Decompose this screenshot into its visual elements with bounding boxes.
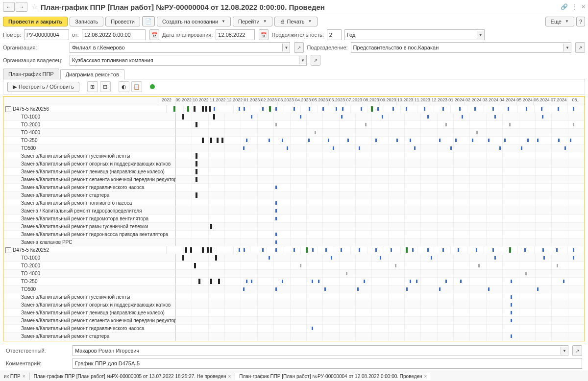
gantt-marker[interactable] — [300, 115, 301, 119]
open-icon[interactable]: ↗ — [311, 55, 320, 66]
gantt-marker[interactable] — [324, 287, 326, 291]
gantt-marker[interactable] — [202, 106, 204, 112]
gantt-marker[interactable] — [210, 138, 212, 143]
gantt-marker[interactable] — [424, 107, 425, 111]
gantt-marker[interactable] — [525, 272, 527, 275]
gantt-marker[interactable] — [445, 123, 447, 126]
gantt-task-row[interactable]: Замена/Капитальный ремонт рамы гусенично… — [3, 223, 585, 231]
gantt-marker[interactable] — [459, 107, 461, 111]
gantt-marker[interactable] — [416, 280, 417, 283]
gantt-marker[interactable] — [541, 107, 542, 111]
gantt-marker[interactable] — [412, 248, 414, 252]
gantt-marker[interactable] — [194, 106, 196, 112]
gantt-marker[interactable] — [439, 287, 441, 291]
gantt-marker[interactable] — [509, 247, 511, 253]
gantt-marker[interactable] — [364, 280, 365, 283]
document-icon-button[interactable]: 📄 — [142, 16, 155, 26]
gantt-marker[interactable] — [275, 201, 277, 205]
gantt-marker[interactable] — [476, 248, 477, 252]
chevron-down-icon[interactable]: ▼ — [282, 44, 290, 51]
gantt-marker[interactable] — [346, 272, 347, 275]
gantt-marker[interactable] — [511, 311, 512, 314]
help-button[interactable]: ? — [576, 17, 585, 26]
chevron-down-icon[interactable]: ▼ — [299, 56, 306, 64]
gantt-marker[interactable] — [347, 139, 349, 142]
gantt-marker[interactable] — [396, 139, 398, 142]
nav-back-button[interactable]: ← — [3, 2, 15, 12]
document-tab[interactable]: План-график ППР [План работ] №РУ-0000000… — [235, 373, 431, 380]
chevron-down-icon[interactable]: ▼ — [561, 347, 568, 355]
tab-repair-diagram[interactable]: Диаграмма ремонтов — [60, 69, 124, 79]
gantt-marker[interactable] — [312, 280, 313, 283]
gantt-marker[interactable] — [312, 327, 313, 330]
gantt-marker[interactable] — [410, 280, 411, 283]
gantt-marker[interactable] — [218, 279, 220, 284]
gantt-marker[interactable] — [563, 280, 564, 283]
gantt-marker[interactable] — [187, 106, 189, 112]
gantt-marker[interactable] — [308, 139, 310, 142]
calendar-icon[interactable]: 📅 — [259, 29, 269, 40]
gantt-marker[interactable] — [196, 122, 197, 127]
gantt-marker[interactable] — [333, 146, 334, 150]
gantt-marker[interactable] — [543, 256, 545, 260]
gantt-marker[interactable] — [557, 264, 558, 267]
gantt-task-row[interactable]: Замена/Капитальный ремонт ленивца (напра… — [3, 168, 585, 176]
gantt-marker[interactable] — [450, 146, 452, 150]
gantt-marker[interactable] — [488, 287, 490, 291]
gantt-marker[interactable] — [217, 138, 219, 143]
gantt-marker[interactable] — [511, 319, 512, 322]
gantt-task-row[interactable]: ТО-1000 — [3, 113, 585, 121]
calendar-icon[interactable]: 📅 — [149, 29, 159, 40]
gantt-marker[interactable] — [198, 279, 200, 284]
nav-forward-button[interactable]: → — [16, 2, 27, 12]
gantt-marker[interactable] — [458, 248, 459, 252]
gantt-task-row[interactable]: Замена/Капитальный ремонт топливного нас… — [3, 340, 585, 341]
gantt-marker[interactable] — [427, 248, 429, 252]
gantt-marker[interactable] — [210, 279, 212, 284]
gantt-marker[interactable] — [341, 248, 342, 252]
close-tab-icon[interactable]: × — [228, 374, 231, 379]
gantt-marker[interactable] — [262, 107, 264, 111]
gantt-chart[interactable]: 202209.202210.202211.202212.202201.20230… — [3, 96, 585, 341]
gantt-marker[interactable] — [318, 280, 319, 283]
gantt-marker[interactable] — [194, 263, 196, 268]
gantt-marker[interactable] — [488, 139, 490, 142]
open-icon[interactable]: ↗ — [294, 42, 304, 53]
gantt-marker[interactable] — [511, 334, 512, 338]
document-tab[interactable]: План-график ППР [План работ] №РХ-0000000… — [30, 373, 236, 380]
conduct-button[interactable]: Провести — [105, 17, 140, 26]
gantt-marker[interactable] — [573, 107, 574, 111]
gantt-marker[interactable] — [196, 161, 197, 167]
gantt-marker[interactable] — [570, 139, 571, 142]
gantt-marker[interactable] — [275, 240, 277, 244]
gantt-marker[interactable] — [359, 146, 360, 150]
gantt-marker[interactable] — [182, 114, 184, 119]
gantt-marker[interactable] — [294, 107, 295, 111]
gantt-marker[interactable] — [406, 287, 408, 291]
gantt-marker[interactable] — [342, 107, 343, 111]
gantt-task-row[interactable]: Замена/Капитальный ремонт стартера — [3, 191, 585, 199]
plan-date-input[interactable]: 12.08.2022 — [216, 29, 255, 40]
gantt-marker[interactable] — [275, 217, 277, 220]
gantt-marker[interactable] — [537, 139, 539, 142]
from-date-input[interactable]: 12.08.2022 0:00:00 — [82, 29, 146, 40]
gantt-marker[interactable] — [196, 192, 197, 198]
gantt-marker[interactable] — [476, 131, 478, 134]
expand-toggle[interactable]: - — [5, 247, 11, 253]
gantt-marker[interactable] — [202, 247, 204, 253]
gantt-marker[interactable] — [375, 139, 377, 142]
gantt-marker[interactable] — [315, 131, 316, 134]
settings-icon[interactable]: 📋 — [131, 81, 142, 92]
gantt-task-row[interactable]: ТО-250 — [3, 278, 585, 286]
expand-all-icon[interactable]: ⊞ — [87, 81, 98, 92]
gantt-marker[interactable] — [196, 153, 197, 159]
gantt-marker[interactable] — [375, 248, 377, 252]
print-button[interactable]: 🖨 Печать▼ — [274, 17, 318, 26]
gantt-marker[interactable] — [573, 123, 574, 126]
gantt-task-row[interactable]: ТО-4000 — [3, 270, 585, 278]
chevron-down-icon[interactable]: ▼ — [564, 44, 571, 51]
gantt-marker[interactable] — [462, 115, 463, 119]
close-tab-icon[interactable]: × — [424, 374, 427, 379]
gantt-task-row[interactable]: Замена/Капитальный ремонт гидромотора ве… — [3, 215, 585, 223]
gantt-marker[interactable] — [287, 146, 288, 150]
